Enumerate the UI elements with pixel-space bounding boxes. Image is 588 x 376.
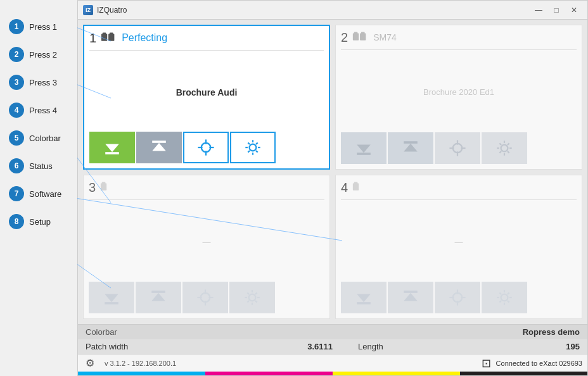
svg-point-18 [250,144,257,151]
press-2-btn-reverse[interactable] [388,132,433,164]
svg-marker-73 [404,293,418,301]
press-4-btn-crosshair [435,282,480,313]
svg-marker-33 [404,143,418,151]
press-card-1[interactable]: 1 Perfecting Brochure Audi [83,25,330,170]
bottom-bar: ⚙ v 3.1.2 - 192.168.200.1 ⊡ Connected to… [78,354,587,372]
svg-point-40 [501,144,508,151]
svg-rect-34 [404,141,418,144]
sidebar-item-software[interactable]: 7 Software [0,180,77,208]
sidebar-circle-2: 2 [9,47,24,62]
press-1-buttons [89,132,324,163]
svg-line-68 [247,301,249,303]
svg-rect-12 [152,141,166,143]
svg-line-23 [248,142,250,144]
press-4-btn-sun [482,282,527,313]
press-grid: 1 Perfecting Brochure Audi [78,20,587,324]
patch-row: Patch width 3.6111 Length 195 [78,339,587,354]
sidebar-item-press3[interactable]: 3 Press 3 [0,68,77,96]
press-4-buttons [341,282,577,313]
svg-line-67 [255,292,257,294]
press-3-sep [89,199,324,200]
close-button[interactable]: ✕ [566,4,582,16]
titlebar: IZ IZQuatro — □ ✕ [78,1,587,20]
cmyk-yellow [333,372,460,375]
press-4-job: — [341,208,577,277]
press-3-number: 3 [89,181,96,194]
sidebar-label-press3: Press 3 [29,78,57,87]
press-4-sep [341,199,577,200]
press-3-btn-sun [229,282,275,313]
press-card-2[interactable]: 2 SM74 Brochure 2020 Ed1 [335,25,582,170]
sidebar-item-status[interactable]: 6 Status [0,152,77,180]
version-text: v 3.1.2 - 192.168.200.1 [105,360,176,367]
press-card-4[interactable]: 4 — [335,175,582,320]
press-1-btn-sun[interactable] [230,132,276,163]
press-4-header: 4 [341,180,577,194]
sidebar-circle-6: 6 [9,158,24,173]
sidebar-label-colorbar: Colorbar [29,134,61,143]
press-1-name: Perfecting [122,32,167,44]
press-2-buttons [341,132,577,164]
sidebar-circle-7: 7 [9,186,24,201]
press-3-buttons [89,282,324,313]
app-title: IZQuatro [97,6,530,15]
svg-marker-51 [105,294,118,303]
sidebar-circle-5: 5 [9,130,24,146]
sidebar-item-press4[interactable]: 4 Press 4 [0,96,77,124]
connection-icon: ⊡ [482,356,491,370]
press-2-btn-feed[interactable] [341,132,387,164]
svg-line-85 [499,292,501,294]
press-card-3[interactable]: 3 — [83,175,330,320]
sidebar-item-colorbar[interactable]: 5 Colorbar [0,124,77,152]
press-3-job: — [89,208,324,277]
minimize-button[interactable]: — [530,4,547,16]
svg-line-86 [508,301,509,303]
svg-line-25 [256,142,258,144]
patch-width-label: Patch width [86,342,162,351]
svg-rect-30 [361,32,365,35]
svg-rect-72 [357,302,371,304]
svg-rect-70 [354,182,358,184]
main-content: 1 Perfecting Brochure Audi [78,20,587,375]
length-label: Length [358,342,409,351]
svg-line-87 [508,292,509,294]
sidebar-label-status: Status [29,161,53,171]
sidebar-item-press2[interactable]: 2 Press 2 [0,41,77,68]
press-2-name: SM74 [373,32,397,42]
svg-line-45 [499,143,501,145]
cmyk-magenta [205,372,333,375]
press-3-btn-crosshair [182,282,228,313]
sidebar-label-press2: Press 2 [29,50,57,60]
gear-icon[interactable]: ⚙ [83,356,97,370]
press-1-sep [89,50,324,51]
sidebar-item-press1[interactable]: 1 Press 1 [0,13,77,41]
svg-rect-50 [102,182,106,184]
svg-point-13 [201,142,210,151]
svg-rect-52 [105,302,118,304]
cmyk-black [460,372,587,375]
svg-rect-32 [357,153,371,155]
sidebar-label-press4: Press 4 [29,106,57,115]
svg-rect-54 [151,291,165,293]
press-1-icon [100,31,118,45]
svg-point-55 [201,293,210,302]
sidebar-item-setup[interactable]: 8 Setup [0,208,77,235]
maximize-button[interactable]: □ [548,4,565,16]
cmyk-cyan [78,372,205,375]
press-1-number: 1 [89,32,96,44]
connection-text: Connected to eXact 029693 [496,360,582,367]
press-1-btn-feed[interactable] [89,132,135,163]
press-1-btn-crosshair[interactable] [183,132,229,163]
sidebar-circle-8: 8 [9,214,24,229]
patch-width-value: 3.6111 [162,342,358,351]
press-3-btn-reverse [136,282,181,313]
svg-point-35 [453,143,462,152]
press-4-btn-feed [341,282,387,313]
colorbar-row: Colorbar Ropress demo [78,324,587,339]
press-4-icon [352,180,369,194]
press-1-btn-reverse[interactable] [136,132,182,163]
press-3-icon [99,180,117,194]
press-2-header: 2 SM74 [341,30,577,44]
svg-point-80 [501,294,508,301]
svg-marker-11 [152,142,166,151]
